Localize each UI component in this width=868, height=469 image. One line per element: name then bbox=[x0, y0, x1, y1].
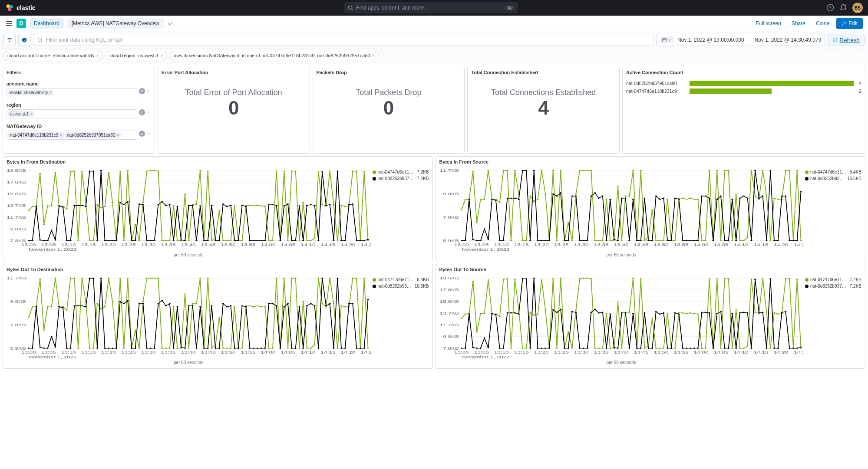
svg-point-188 bbox=[241, 205, 243, 206]
svg-point-832 bbox=[739, 312, 741, 314]
svg-text:9.8KB: 9.8KB bbox=[443, 334, 459, 339]
close-icon[interactable]: × bbox=[116, 133, 119, 138]
close-icon[interactable]: × bbox=[30, 112, 33, 116]
filter-select[interactable]: nat-04747d6e118b231c9×nat-0d8252b937951c… bbox=[7, 131, 137, 140]
legend-item[interactable]: nat-04747d6e118b231… 7.2KB bbox=[373, 170, 429, 174]
legend-item[interactable]: nat-0d8252b937951… 10.5KB bbox=[805, 176, 861, 181]
filter-select[interactable]: elastic-observability× bbox=[7, 88, 137, 97]
clear-icon[interactable]: × bbox=[139, 109, 145, 115]
legend-item[interactable]: nat-0d8252b937951c… 7.2KB bbox=[373, 176, 429, 181]
svg-point-180 bbox=[211, 205, 212, 206]
breadcrumb-dashboard[interactable]: Dashboard bbox=[30, 18, 64, 29]
edit-button[interactable]: Edit bbox=[836, 18, 863, 29]
newsfeed-icon[interactable] bbox=[839, 4, 847, 12]
chart-plot[interactable]: 5.9KB7.8KB9.8KB11.7KB13:0013:0513:1013:1… bbox=[439, 169, 804, 252]
query-menu-button[interactable] bbox=[3, 34, 16, 46]
close-icon[interactable]: × bbox=[49, 90, 52, 95]
filter-tag[interactable]: nat-0d8252b937951ca80× bbox=[65, 132, 121, 138]
svg-text:13:10: 13:10 bbox=[494, 350, 509, 354]
svg-point-539 bbox=[344, 306, 346, 308]
filter-tag[interactable]: nat-04747d6e118b231c9× bbox=[8, 132, 64, 138]
chart-plot[interactable]: 5.9KB7.8KB9.8KB11.7KB13:0013:0513:1013:1… bbox=[7, 276, 371, 359]
filter-tag[interactable]: us-west-1× bbox=[8, 111, 34, 117]
close-icon[interactable]: × bbox=[161, 53, 163, 58]
refresh-button[interactable]: Refresh bbox=[828, 34, 865, 46]
legend-item[interactable]: nat-04747d6e118b231… 5.4KB bbox=[373, 277, 429, 282]
svg-point-363 bbox=[552, 194, 554, 195]
breadcrumb-current[interactable]: [Metrics AWS] NATGateway Overview bbox=[67, 18, 164, 29]
svg-point-470 bbox=[81, 278, 83, 279]
app-badge[interactable]: D bbox=[17, 19, 26, 28]
svg-point-567 bbox=[108, 348, 109, 349]
hbar-track[interactable] bbox=[690, 81, 854, 86]
clone-button[interactable]: Clone bbox=[812, 20, 833, 26]
chevron-down-icon[interactable] bbox=[146, 110, 151, 115]
svg-point-499 bbox=[192, 303, 194, 305]
svg-point-846 bbox=[792, 348, 794, 349]
clear-icon[interactable]: × bbox=[139, 131, 145, 137]
brand[interactable]: elastic bbox=[5, 3, 36, 12]
filter-pill[interactable]: cloud.account.name: elastic-observabilit… bbox=[3, 51, 103, 60]
close-icon[interactable]: × bbox=[372, 53, 375, 58]
svg-text:14:25: 14:25 bbox=[361, 242, 371, 247]
chart-plot[interactable]: 7.8KB9.8KB11.7KB13.7KB15.6KB17.6KB19.5KB… bbox=[7, 169, 371, 252]
query-info-button[interactable] bbox=[18, 34, 30, 46]
svg-point-681 bbox=[506, 278, 508, 279]
svg-text:14:15: 14:15 bbox=[321, 242, 336, 247]
filter-pill[interactable]: cloud.region: us-west-1× bbox=[106, 51, 167, 60]
chevron-down-icon[interactable] bbox=[146, 131, 151, 136]
user-avatar[interactable]: BS bbox=[852, 3, 863, 13]
svg-point-845 bbox=[789, 348, 790, 349]
svg-point-190 bbox=[249, 240, 251, 241]
svg-point-269 bbox=[537, 199, 538, 200]
clear-icon[interactable]: × bbox=[139, 88, 145, 94]
svg-point-392 bbox=[663, 197, 664, 199]
legend-item[interactable]: nat-04747d6e118b231… 5.4KB bbox=[805, 170, 861, 174]
date-picker[interactable]: Nov 1, 2022 @ 13:00:00.000 → Nov 1, 2022… bbox=[656, 34, 825, 46]
svg-point-469 bbox=[77, 348, 79, 349]
share-button[interactable]: Share bbox=[788, 20, 809, 26]
menu-icon[interactable] bbox=[5, 20, 13, 27]
chart-plot[interactable]: 7.8KB9.8KB11.7KB13.7KB15.6KB17.6KB19.5KB… bbox=[439, 276, 804, 359]
svg-point-702 bbox=[586, 278, 588, 279]
svg-point-78 bbox=[165, 240, 167, 241]
svg-point-459 bbox=[39, 279, 41, 280]
help-icon[interactable] bbox=[826, 4, 834, 12]
filter-select[interactable]: us-west-1× bbox=[7, 109, 137, 118]
filter-pill[interactable]: aws.dimensions.NatGatewayId: is one of n… bbox=[170, 51, 379, 60]
svg-point-531 bbox=[314, 344, 316, 346]
svg-text:13:25: 13:25 bbox=[554, 350, 568, 354]
svg-point-293 bbox=[628, 196, 630, 197]
svg-point-205 bbox=[306, 205, 308, 206]
close-icon[interactable]: × bbox=[96, 53, 99, 58]
svg-text:13:00: 13:00 bbox=[21, 242, 36, 247]
svg-point-150 bbox=[96, 240, 98, 241]
svg-point-810 bbox=[655, 311, 657, 312]
svg-point-128 bbox=[356, 171, 357, 172]
metric-value: 0 bbox=[158, 97, 310, 119]
svg-point-510 bbox=[234, 306, 235, 308]
svg-text:13:45: 13:45 bbox=[201, 350, 216, 354]
search-shortcut: ⌘/ bbox=[505, 6, 515, 10]
kql-input[interactable]: Filter your data using KQL syntax bbox=[33, 34, 653, 46]
close-icon[interactable]: × bbox=[59, 133, 62, 138]
hbar-track[interactable] bbox=[690, 89, 854, 94]
legend-item[interactable]: nat-0d8252b937951… 10.5KB bbox=[373, 284, 429, 289]
filter-tag[interactable]: elastic-observability× bbox=[8, 90, 53, 95]
svg-point-125 bbox=[344, 206, 346, 207]
svg-point-351 bbox=[506, 197, 508, 199]
svg-point-92 bbox=[218, 210, 220, 211]
global-search[interactable]: Find apps, content, and more. ⌘/ bbox=[344, 2, 518, 13]
svg-text:November 1, 2022: November 1, 2022 bbox=[461, 247, 509, 252]
svg-point-842 bbox=[777, 348, 779, 349]
svg-point-342 bbox=[472, 239, 474, 240]
legend-item[interactable]: nat-0d8252b937951c… 7.2KB bbox=[805, 284, 861, 289]
legend-item[interactable]: nat-04747d6e118b231… 7.2KB bbox=[805, 277, 861, 282]
svg-point-763 bbox=[476, 348, 478, 349]
svg-point-486 bbox=[142, 301, 144, 302]
svg-point-337 bbox=[796, 170, 798, 171]
svg-point-164 bbox=[150, 240, 152, 241]
chevron-down-icon[interactable] bbox=[146, 89, 151, 94]
svg-point-582 bbox=[165, 305, 167, 306]
full-screen-button[interactable]: Full screen bbox=[752, 20, 785, 26]
